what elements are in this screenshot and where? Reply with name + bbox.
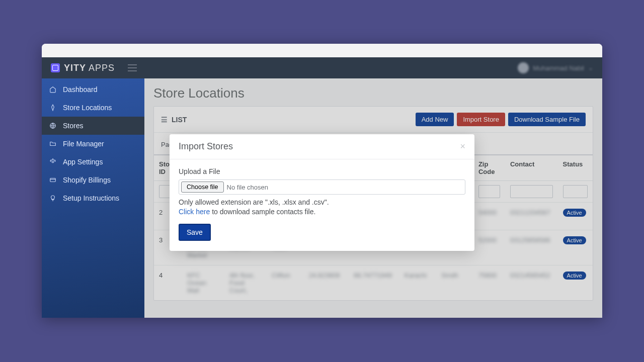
modal-body: Upload a File Choose file No file chosen… [170, 159, 474, 251]
menu-toggle-icon[interactable] [128, 64, 137, 71]
file-chosen-text: No file chosen [227, 184, 268, 191]
globe-icon [49, 122, 57, 130]
sidebar-item-dashboard[interactable]: Dashboard [42, 80, 144, 99]
brand: YITY APPS [51, 63, 137, 73]
svg-rect-2 [50, 178, 56, 182]
modal-title: Import Stores [179, 141, 233, 152]
pin-icon [49, 104, 57, 112]
import-stores-modal: Import Stores × Upload a File Choose fil… [170, 134, 474, 251]
upload-label: Upload a File [179, 167, 465, 175]
sidebar-item-label: File Manager [63, 140, 104, 148]
sidebar-item-label: Dashboard [63, 85, 98, 94]
allowed-ext-text: Only allowed extension are ".xls, .xlsx … [179, 198, 329, 206]
help-text: Only allowed extension are ".xls, .xlsx … [179, 198, 465, 217]
sidebar-item-label: Shopify Billings [63, 176, 111, 184]
top-navbar: YITY APPS Muhammad Nabil ⌄ [42, 57, 602, 78]
download-sample-link[interactable]: Click here [179, 208, 210, 216]
user-menu[interactable]: Muhammad Nabil ⌄ [518, 62, 593, 73]
gear-icon [49, 158, 57, 166]
home-icon [49, 85, 57, 94]
sidebar: Dashboard Store Locations Stores File Ma… [42, 78, 144, 318]
chevron-down-icon: ⌄ [588, 64, 593, 71]
sidebar-item-label: App Settings [63, 158, 103, 166]
brand-text: YITY APPS [64, 63, 115, 73]
sidebar-item-store-locations[interactable]: Store Locations [42, 99, 144, 117]
bulb-icon [49, 194, 57, 202]
brand-icon [51, 63, 60, 72]
sidebar-item-app-settings[interactable]: App Settings [42, 153, 144, 171]
sidebar-item-label: Setup Instructions [63, 194, 119, 202]
sidebar-item-label: Store Locations [63, 104, 112, 112]
sidebar-item-stores[interactable]: Stores [42, 117, 144, 135]
brand-light: APPS [89, 63, 115, 73]
file-input-row: Choose file No file chosen [179, 179, 465, 195]
svg-point-1 [52, 161, 54, 163]
brand-bold: YITY [64, 63, 86, 73]
sidebar-item-file-manager[interactable]: File Manager [42, 135, 144, 153]
save-button[interactable]: Save [179, 224, 211, 241]
sidebar-item-label: Stores [63, 122, 83, 130]
choose-file-button[interactable]: Choose file [181, 182, 224, 193]
card-icon [49, 176, 57, 184]
download-suffix: to download sample contacts file. [210, 208, 315, 216]
folder-icon [49, 140, 57, 148]
modal-header: Import Stores × [170, 134, 474, 159]
sidebar-item-setup-instructions[interactable]: Setup Instructions [42, 189, 144, 207]
user-name: Muhammad Nabil [533, 64, 584, 72]
close-icon[interactable]: × [460, 141, 465, 152]
window-titlebar [42, 44, 602, 57]
avatar [518, 62, 529, 73]
sidebar-item-shopify-billings[interactable]: Shopify Billings [42, 171, 144, 189]
